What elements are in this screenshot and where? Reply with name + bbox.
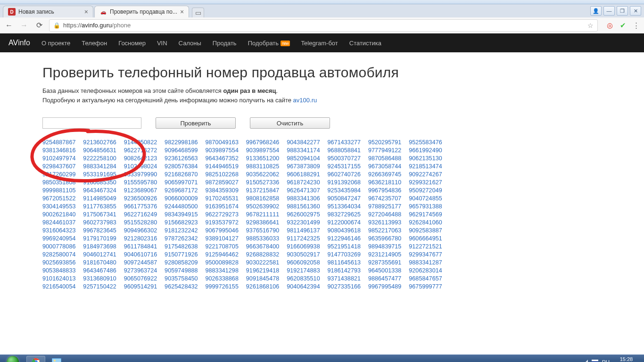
phone-number-link[interactable]: 9216826870 — [165, 171, 200, 178]
phone-number-link[interactable]: 9299347677 — [409, 251, 445, 258]
extension-icon[interactable]: ✔ — [619, 21, 627, 30]
phone-number-link[interactable]: 9039897554 — [205, 147, 241, 154]
phone-number-link[interactable]: 9825102268 — [205, 171, 241, 178]
phone-number-link[interactable]: 9788925177 — [368, 203, 404, 210]
phone-number-link[interactable]: 9384359309 — [205, 187, 241, 194]
phone-number-link[interactable]: 9371438821 — [328, 275, 363, 282]
phone-number-link[interactable]: 9381346816 — [42, 147, 78, 154]
phone-number-link[interactable]: 9026338868 — [205, 275, 241, 282]
phone-number-link[interactable]: 9065997071 — [165, 179, 200, 186]
phone-number-link[interactable]: 9257150422 — [83, 283, 119, 290]
phone-number-link[interactable]: 9808162858 — [246, 195, 282, 202]
phone-number-link[interactable]: 9298386641 — [246, 219, 282, 226]
phone-number-link[interactable]: 9144050822 — [124, 139, 160, 146]
taskbar-pictures[interactable] — [47, 356, 66, 362]
phone-number-link[interactable]: 9316064323 — [42, 227, 78, 234]
phone-number-link[interactable]: 9216540054 — [42, 283, 78, 290]
phone-number-link[interactable]: 9261868106 — [246, 283, 282, 290]
nav-phone[interactable]: Телефон — [82, 40, 107, 47]
phone-number-link[interactable]: 9636218110 — [368, 179, 404, 186]
phone-number-link[interactable]: 9150771926 — [165, 251, 200, 258]
phone-number-link[interactable]: 9525583476 — [409, 139, 445, 146]
phone-number-link[interactable]: 9675999777 — [409, 283, 445, 290]
phone-number-link[interactable]: 9602740726 — [328, 171, 363, 178]
phone-number-link[interactable]: 9969240954 — [42, 235, 78, 242]
phone-number-link[interactable]: 9671433277 — [328, 139, 363, 146]
phone-number-link[interactable]: 9787262342 — [165, 235, 200, 242]
phone-number-link[interactable]: 9268828832 — [246, 251, 282, 258]
start-button[interactable] — [0, 355, 25, 362]
phone-number-link[interactable]: 9213602766 — [83, 139, 119, 146]
phone-number-link[interactable]: 9663678400 — [246, 243, 282, 250]
check-button[interactable]: Проверить — [156, 117, 236, 129]
phone-number-link[interactable]: 9688058841 — [328, 147, 363, 154]
phone-number-link[interactable]: 9030222581 — [246, 259, 282, 266]
phone-number-link[interactable]: 9635966780 — [368, 235, 404, 242]
phone-number-link[interactable]: 9094966302 — [124, 227, 160, 234]
phone-number-link[interactable]: 9326113993 — [368, 219, 404, 226]
phone-number-link[interactable]: 9193537972 — [205, 219, 241, 226]
phone-number-link[interactable]: 9273963724 — [124, 267, 160, 274]
phone-number-link[interactable]: 9606092058 — [287, 259, 322, 266]
phone-number-link[interactable]: 9091845478 — [246, 275, 282, 282]
phone-number-link[interactable]: 9509272049 — [409, 187, 445, 194]
site-logo[interactable]: AVinfo — [8, 39, 30, 47]
phone-number-link[interactable]: 9184973698 — [83, 243, 119, 250]
phone-number-link[interactable]: 9520295791 — [368, 139, 404, 146]
new-tab-button[interactable]: ▭ — [192, 8, 204, 17]
lead-link[interactable]: av100.ru — [293, 97, 317, 104]
phone-number-link[interactable]: 9967954836 — [368, 187, 404, 194]
window-maximize-button[interactable]: ❐ — [617, 6, 628, 16]
phone-number-link[interactable]: 9067995046 — [205, 227, 241, 234]
phone-number-link[interactable]: 9082642123 — [124, 155, 160, 162]
phone-number-link[interactable]: 9834394915 — [165, 211, 200, 218]
phone-number-link[interactable]: 9217260299 — [42, 171, 78, 178]
phone-number-link[interactable]: 9040610716 — [124, 251, 160, 258]
phone-number-link[interactable]: 9672051522 — [42, 195, 78, 202]
phone-number-link[interactable]: 9221708705 — [205, 243, 241, 250]
phone-number-link[interactable]: 9117763855 — [83, 203, 119, 210]
nav-sell[interactable]: Продать — [213, 40, 237, 47]
phone-number-link[interactable]: 9999881105 — [42, 187, 78, 194]
phone-number-link[interactable]: 9678211111 — [246, 211, 282, 218]
phone-number-link[interactable]: 9883110825 — [246, 163, 282, 170]
phone-number-link[interactable]: 9883341284 — [83, 163, 119, 170]
phone-number-link[interactable]: 9850351808 — [42, 179, 78, 186]
phone-number-link[interactable]: 9322301499 — [287, 219, 322, 226]
phone-number-link[interactable]: 9101624013 — [42, 275, 78, 282]
phone-number-link[interactable]: 9000778086 — [42, 243, 78, 250]
phone-number-link[interactable]: 9170245531 — [205, 195, 241, 202]
phone-number-link[interactable]: 9811496137 — [287, 227, 322, 234]
phone-number-link[interactable]: 9122000674 — [328, 219, 363, 226]
phone-number-link[interactable]: 9304149553 — [42, 203, 78, 210]
reload-button[interactable]: ⟳ — [34, 20, 44, 31]
phone-number-link[interactable]: 9602737983 — [83, 219, 119, 226]
phone-number-link[interactable]: 9811645613 — [328, 259, 363, 266]
phone-number-link[interactable]: 9661992490 — [409, 147, 445, 154]
phone-number-link[interactable]: 9883341174 — [287, 147, 322, 154]
phone-number-link[interactable]: 9269687172 — [165, 187, 200, 194]
tray-clock[interactable]: 15:28 16.12.2016 — [613, 356, 639, 362]
phone-number-link[interactable]: 9777949122 — [368, 147, 404, 154]
phone-number-link[interactable]: 9181670480 — [83, 259, 119, 266]
phone-number-link[interactable]: 9039897554 — [246, 147, 282, 154]
phone-number-link[interactable]: 9673873809 — [287, 163, 322, 170]
phone-number-link[interactable]: 9626002975 — [287, 211, 322, 218]
phone-number-link[interactable]: 9282580074 — [42, 251, 78, 258]
nav-dealers[interactable]: Салоны — [179, 40, 201, 47]
phone-number-link[interactable]: 9175067341 — [83, 211, 119, 218]
phone-number-link[interactable]: 9645001338 — [368, 267, 404, 274]
phone-number-link[interactable]: 9236126563 — [165, 155, 200, 162]
phone-number-link[interactable]: 9059749888 — [165, 267, 200, 274]
phone-number-link[interactable]: 9894839715 — [368, 243, 404, 250]
phone-number-link[interactable]: 9002621840 — [42, 211, 78, 218]
nav-pick[interactable]: Подобратьnew — [248, 40, 290, 47]
phone-number-link[interactable]: 9122721521 — [409, 243, 445, 250]
phone-number-link[interactable]: 9102497974 — [42, 155, 78, 162]
phone-number-link[interactable]: 9181232242 — [165, 227, 200, 234]
phone-number-link[interactable]: 9080439618 — [328, 227, 363, 234]
browser-tab-active[interactable]: 🚗 Проверить продавца по... × — [94, 6, 189, 17]
tray-language[interactable]: RU — [602, 359, 610, 362]
phone-number-link[interactable]: 9046012741 — [83, 251, 119, 258]
phone-number-link[interactable]: 9192174883 — [287, 267, 322, 274]
